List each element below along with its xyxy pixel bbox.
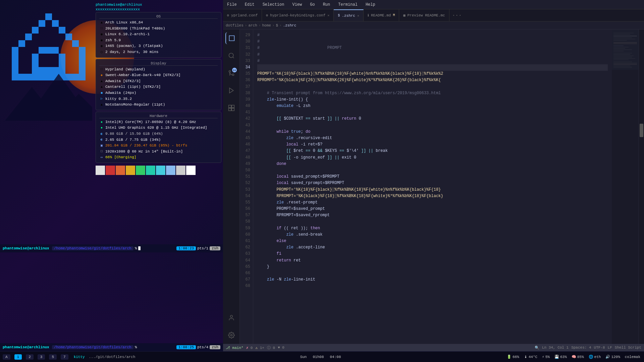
- scroll-thumb[interactable]: [640, 124, 643, 137]
- breadcrumb-arch[interactable]: arch: [248, 23, 257, 27]
- menu-edit[interactable]: Edit: [244, 2, 256, 8]
- sidebar-explorer-icon[interactable]: [225, 32, 237, 44]
- breadcrumb-dollar[interactable]: $: [276, 23, 278, 27]
- code-line: local saved_rprompt=$RPROMPT: [257, 180, 608, 186]
- tab-preview[interactable]: ▦ Preview README.mc: [399, 9, 449, 21]
- tab-close-keybindings[interactable]: ✕: [327, 13, 329, 17]
- status-encoding[interactable]: UTF-8: [594, 346, 605, 350]
- status-warnings[interactable]: ⚠ 1+: [255, 346, 264, 350]
- tab-icon-preview: ▦: [403, 13, 405, 17]
- menu-file[interactable]: File: [226, 2, 238, 8]
- line-number: 32: [240, 52, 250, 58]
- line-number: 40: [240, 103, 250, 109]
- workspace-5[interactable]: 5: [49, 354, 57, 360]
- status-search[interactable]: 🔍: [535, 346, 539, 350]
- status-info[interactable]: ⓘ 0: [267, 345, 275, 350]
- tray-network[interactable]: 🌐 eth: [588, 355, 602, 359]
- tray-temp[interactable]: 🌡 44°C: [523, 355, 538, 359]
- taskbar-center: Sun 01h08 04:08: [138, 355, 503, 359]
- tray-disk[interactable]: 💾 63%: [553, 355, 568, 359]
- sidebar-git-icon[interactable]: 24: [225, 67, 237, 79]
- line-number: 46: [240, 141, 250, 148]
- line-number: 52: [240, 180, 250, 186]
- tray-volume[interactable]: 🔊 120%: [604, 355, 621, 359]
- menu-go[interactable]: Go: [309, 2, 316, 8]
- menu-terminal[interactable]: Terminal: [337, 2, 359, 8]
- menu-view[interactable]: View: [291, 2, 303, 8]
- svg-rect-14: [79, 60, 86, 67]
- breadcrumb-home[interactable]: home: [262, 23, 271, 27]
- code-line: # PROMPT: [257, 45, 608, 51]
- line-number: 50: [240, 167, 250, 174]
- line-number: 41: [240, 109, 250, 116]
- machine-icon: □: [99, 26, 104, 31]
- kernel-row: ◉ Linux 6.10.2-arch1-1: [99, 32, 218, 38]
- tray-battery[interactable]: 🔋 66%: [506, 355, 520, 359]
- prompt2-time: 1:08:25: [176, 345, 196, 349]
- sidebar-extensions-icon[interactable]: [225, 102, 237, 114]
- sidebar-account-icon[interactable]: [225, 312, 237, 324]
- tray-cpu[interactable]: ⚡ 5%: [541, 355, 551, 359]
- prompt1-time: 1:08:23: [176, 246, 196, 250]
- status-git-branch[interactable]: ⎇ main*: [226, 346, 244, 350]
- code-line: [257, 109, 608, 116]
- tab-readme[interactable]: ℹ README.md M: [364, 9, 399, 21]
- code-content[interactable]: ### PROMPT ## PROMPT='%K{18}%F{black}░%f…: [253, 29, 612, 344]
- terminal-row: ▷ kitty 0.35.2: [99, 96, 218, 102]
- workspace-3[interactable]: 3: [38, 354, 45, 360]
- scrollbar[interactable]: [639, 29, 644, 344]
- workspace-1[interactable]: 1: [14, 354, 22, 360]
- status-spaces[interactable]: Spaces: 4: [571, 346, 591, 350]
- code-line: [257, 167, 608, 174]
- svg-rect-20: [32, 60, 39, 67]
- shell-icon: ◉: [99, 38, 104, 43]
- tab-yprland[interactable]: ⚙ yprland.conf: [223, 9, 262, 21]
- tab-label-preview: Preview README.mc: [407, 13, 445, 17]
- code-line: local saved_prompt=$PROMPT: [257, 174, 608, 180]
- breadcrumb-dotfiles[interactable]: dotfiles: [226, 23, 244, 27]
- packages-row: ◉ 1465 (pacman), 3 (flatpak): [99, 43, 218, 49]
- line-number: 63: [240, 251, 250, 257]
- prompt1-cursor: █: [138, 246, 141, 250]
- terminal-prompt-1: phantomwise @ archlinux /home/phantomwis…: [0, 244, 223, 252]
- code-line: [257, 64, 608, 71]
- workspace-2[interactable]: 2: [26, 354, 34, 360]
- svg-rect-18: [32, 54, 39, 60]
- menu-run[interactable]: Run: [322, 2, 332, 8]
- sidebar-debug-icon[interactable]: [225, 84, 237, 97]
- swap-row: ◐ 2.65 GiB / 7.75 GiB (34%): [99, 137, 218, 143]
- workspace-a[interactable]: A: [3, 354, 10, 360]
- line-number: 64: [240, 257, 250, 264]
- battery-icon: ▭: [99, 155, 104, 160]
- swatch-green: [136, 166, 145, 175]
- tray-ram[interactable]: 🧠 85%: [571, 355, 585, 359]
- tab-close-zshrc[interactable]: ✕: [357, 14, 359, 18]
- code-line: return ret: [257, 257, 608, 264]
- icons-row: ▲ Adwaita [GTK2/3]: [99, 78, 218, 84]
- arch-icon: ▲: [99, 20, 104, 25]
- tab-zshrc[interactable]: $ .zshrc ✕: [334, 9, 364, 21]
- status-line-col[interactable]: Ln 34, Col 1: [542, 346, 569, 350]
- prompt2-user: phantomwise: [3, 345, 27, 349]
- tab-more-button[interactable]: ···: [449, 12, 465, 18]
- sidebar-settings-icon[interactable]: [225, 329, 237, 341]
- status-language[interactable]: Shell Script: [615, 346, 641, 350]
- tab-keybindings[interactable]: ⚙ hyprland-keybindings.conf ✕: [262, 9, 334, 21]
- status-line-ending[interactable]: LF: [608, 346, 612, 350]
- tab-bar: ⚙ yprland.conf ⚙ hyprland-keybindings.co…: [223, 9, 644, 21]
- swatch-blue-light: [166, 166, 175, 175]
- workspace-7[interactable]: 7: [61, 354, 68, 360]
- neofetch-display: phantomwise@archlinux xxxxxxxxxxxxxxxxxx…: [96, 3, 221, 178]
- disk-icon: ▣: [99, 143, 104, 148]
- code-line: # Transient prompt from https://www.zsh.…: [257, 90, 608, 97]
- taskbar: A 1 2 3 5 7 kitty .../git/dotfiles/arch …: [0, 351, 644, 362]
- sidebar-search-icon[interactable]: [225, 50, 237, 62]
- status-heart[interactable]: ♥ 0: [278, 346, 284, 350]
- menu-help[interactable]: Help: [364, 2, 377, 8]
- tray-layout[interactable]: colemak: [624, 355, 641, 359]
- breadcrumb-sep2: ›: [259, 23, 261, 27]
- status-errors[interactable]: ✗ 0: [246, 346, 253, 350]
- menu-selection[interactable]: Selection: [261, 2, 286, 8]
- svg-rect-11: [12, 54, 18, 60]
- status-left: ⎇ main* ✗ 0 ⚠ 1+ ⓘ 0 ♥ 0: [226, 345, 284, 350]
